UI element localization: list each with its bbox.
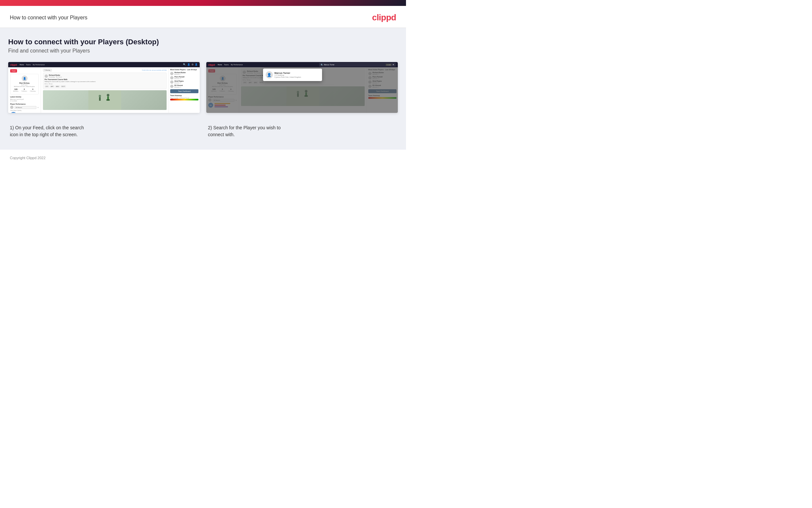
header-title: How to connect with your Players (10, 15, 88, 21)
mini-player-perf-title-1: Player Performance (10, 103, 39, 105)
svg-rect-3 (107, 99, 110, 101)
mini-tag-putt-1: PUTT (61, 85, 66, 88)
mini-nav-home[interactable]: Home (20, 64, 24, 66)
mini-nav-perf-2[interactable]: My Performance (231, 64, 243, 66)
svg-rect-6 (99, 97, 101, 101)
mini-golfer-img-1 (43, 90, 166, 110)
footer-copyright: Copyright Clippd 2022 (10, 156, 46, 160)
mini-player-info-r2: Piers Parnell Activities: 4 (175, 76, 198, 79)
header: How to connect with your Players clippd (0, 6, 406, 28)
screenshot-2: clippd Home Teams My Performance 🔍 Marcu… (206, 62, 398, 113)
svg-rect-4 (107, 95, 109, 95)
mini-team-dashboard-btn-1[interactable]: Team Dashboard (170, 89, 198, 93)
mini-profile-club-1: Mill Ride Golf Club, United Kingdom (12, 86, 37, 87)
mini-stat-followers-label-1: Followers (21, 90, 27, 92)
mini-nav-teams[interactable]: Teams (26, 64, 31, 66)
settings-icon-1[interactable]: ⚙ (192, 64, 193, 66)
mini-player-perf-avatar-1 (10, 106, 13, 109)
mini-player-avatar-r2 (170, 76, 174, 79)
mini-nav-2: clippd Home Teams My Performance 🔍 Marcu… (206, 62, 398, 67)
mini-stat-activities-1: 129 Activities (13, 88, 19, 92)
search-icon-nav-2: 🔍 (321, 64, 323, 66)
mini-activity-title-1: Pre Tournament Course Walk (45, 78, 165, 80)
main-content: How to connect with your Players (Deskto… (0, 28, 406, 150)
mini-activity-userinfo-1: Richard Butler Yesterday · The Grove (49, 74, 62, 78)
mini-player-list-item-1-1: Richard Butler Activities: 7 (170, 72, 198, 75)
screenshots-row: clippd Home Teams My Performance 🔍 👤 ⚙ 👤 (8, 62, 398, 113)
mini-nav-1: clippd Home Teams My Performance 🔍 👤 ⚙ 👤 (8, 62, 200, 67)
instruction-text-2: 2) Search for the Player you wish toconn… (208, 124, 396, 138)
mini-quality-circle-1: 84 (10, 112, 17, 113)
mini-app-1: clippd Home Teams My Performance 🔍 👤 ⚙ 👤 (8, 62, 200, 113)
mini-player-avatar-r4 (170, 85, 174, 88)
mini-app-2: clippd Home Teams My Performance 🔍 Marcu… (206, 62, 398, 113)
mini-heatmap-bar-1 (170, 99, 198, 100)
mini-stats-1: 129 Activities 3 Followers 4 Following (12, 88, 37, 92)
mini-nav-teams-2[interactable]: Teams (224, 64, 229, 66)
mini-quality-label-1: Total Player Quality (10, 110, 39, 111)
mini-latest-activity-label-1: Latest Activity (10, 96, 39, 98)
mini-control-link-1[interactable]: Control who can see your activity and da… (142, 69, 166, 71)
mini-left-panel-1: Feed 👤 Blair McHarg Golf Coach Mill Ride… (8, 67, 41, 113)
user-icon-1[interactable]: 👤 (187, 64, 190, 66)
mini-center-panel-1: Following Control who can see your activ… (41, 67, 169, 113)
mini-player-info-r1: Richard Butler Activities: 7 (175, 72, 198, 75)
mini-player-act-r4: Activities: 1 (175, 86, 198, 88)
mini-profile-avatar-1: 👤 (21, 76, 28, 81)
mini-following-row-1: Following Control who can see your activ… (43, 69, 166, 72)
mini-feed-tab-1[interactable]: Feed (10, 69, 17, 73)
search-text-2[interactable]: Marcus Turner (324, 64, 385, 66)
screenshot-1: clippd Home Teams My Performance 🔍 👤 ⚙ 👤 (8, 62, 200, 113)
mini-player-avatar-r1 (170, 72, 174, 75)
mini-activity-card-1: Richard Butler Yesterday · The Grove Pre… (43, 73, 166, 89)
mini-tag-ott-1: OTT (45, 85, 49, 88)
page-heading: How to connect with your Players (Deskto… (8, 38, 398, 46)
mini-right-panel-1: Most Active Players - Last 30 days Richa… (169, 67, 200, 113)
mini-stat-followers-1: 3 Followers (21, 88, 27, 92)
search-result-info-2: Marcus Turner 1-5 Handicap Cypress Point… (275, 72, 301, 78)
mini-player-list-item-1-4: Eli Vincent Activities: 1 (170, 84, 198, 88)
mini-following-btn-1[interactable]: Following (43, 69, 52, 72)
mini-stat-activities-label-1: Activities (13, 90, 19, 92)
mini-activity-tags-1: OTT APP ARG PUTT (45, 85, 165, 88)
svg-rect-0 (89, 90, 121, 110)
mini-player-list-item-1-3: Hiral Pujara Activities: 3 (170, 80, 198, 84)
search-result-name-2: Marcus Turner (275, 72, 301, 74)
logo: clippd (372, 12, 396, 23)
mini-tag-arg-1: ARG (55, 85, 60, 88)
search-result-club-2: Cypress Point Club, United Kingdom (275, 76, 301, 78)
mini-nav-icons-1: 🔍 👤 ⚙ 👤 (183, 64, 198, 66)
instruction-text-1: 1) On your Feed, click on the searchicon… (10, 124, 198, 138)
mini-activity-date-1: Yesterday · The Grove (49, 76, 62, 78)
mini-player-info-r3: Hiral Pujara Activities: 3 (175, 80, 198, 84)
mini-logo-2: clippd (208, 64, 215, 66)
mini-nav-items-1: Home Teams My Performance (20, 64, 45, 66)
page-subheading: Find and connect with your Players (8, 48, 398, 54)
close-btn-2[interactable]: × (392, 63, 394, 66)
mini-player-act-r2: Activities: 4 (175, 78, 198, 79)
mini-activity-user-1: Richard Butler Yesterday · The Grove (45, 74, 165, 78)
mini-stat-following-label-1: Following (30, 90, 36, 92)
search-icon-1[interactable]: 🔍 (183, 64, 186, 66)
instruction-2: 2) Search for the Player you wish toconn… (206, 120, 398, 140)
search-result-row-2: 👤 Marcus Turner 1-5 Handicap Cypress Poi… (266, 71, 320, 78)
mini-body-1: Feed 👤 Blair McHarg Golf Coach Mill Ride… (8, 67, 200, 113)
mini-activity-desc-1: Walking the course with my coach to buil… (45, 81, 165, 82)
mini-player-perf-dropdown-1[interactable]: ▼ (37, 107, 39, 108)
avatar-icon-1[interactable]: 👤 (195, 64, 198, 66)
instruction-1: 1) On your Feed, click on the searchicon… (8, 120, 200, 140)
clear-btn-2[interactable]: CLEAR (386, 64, 391, 66)
mini-nav-perf[interactable]: My Performance (33, 64, 45, 66)
mini-activity-avatar-1 (45, 75, 48, 78)
top-bar (0, 0, 406, 6)
golfer-svg-1 (43, 90, 166, 110)
mini-heatmap-title-1: Team Heatmap (170, 94, 198, 96)
mini-latest-activity-date-1: 27 Jul 2022 (10, 100, 39, 102)
mini-player-avatar-r3 (170, 80, 174, 84)
mini-logo-1: clippd (10, 64, 17, 66)
mini-tag-app-1: APP (50, 85, 54, 88)
mini-player-info-r4: Eli Vincent Activities: 1 (175, 84, 198, 88)
mini-player-act-r1: Activities: 7 (175, 74, 198, 75)
mini-profile-box-1: 👤 Blair McHarg Golf Coach Mill Ride Golf… (10, 74, 39, 94)
mini-nav-home-2[interactable]: Home (218, 64, 222, 66)
